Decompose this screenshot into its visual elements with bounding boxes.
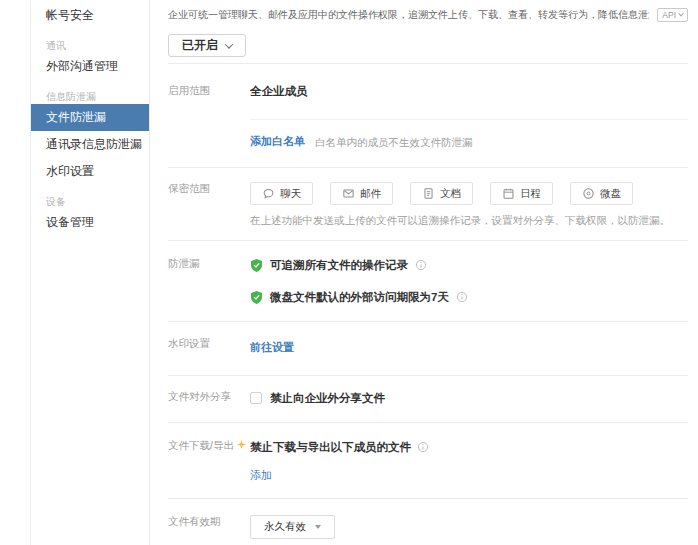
validity-select[interactable]: 永久有效 [250,515,335,539]
sidebar-section-device: 设备 [31,195,149,209]
chip-doc-label: 文档 [440,187,461,201]
sidebar-section-info-leak-prevention: 信息防泄漏 [31,90,149,104]
divider [250,119,688,120]
sparkle-new-icon [236,439,247,450]
row-external-share: 文件对外分享 禁止向企业外分享文件 [168,376,688,422]
row-secrecy-scope: 保密范围 聊天 邮件 文档 [168,168,688,240]
chip-drive[interactable]: 微盘 [570,182,633,205]
status-enabled-dropdown[interactable]: 已开启 [168,34,246,57]
forbid-external-share-text: 禁止向企业外分享文件 [270,391,385,406]
chip-chat[interactable]: 聊天 [250,182,313,205]
mail-icon [342,187,355,200]
chevron-down-icon [315,525,321,529]
chevron-down-icon [225,40,233,48]
add-whitelist-link[interactable]: 添加白名单 [250,134,305,149]
status-enabled-label: 已开启 [182,37,218,54]
sidebar-item-account-security[interactable]: 帐号安全 [31,2,149,29]
chip-chat-label: 聊天 [280,187,301,201]
scope-label: 启用范围 [168,84,250,149]
secrecy-label: 保密范围 [168,182,250,227]
whitelist-hint: 白名单内的成员不生效文件防泄漏 [315,135,473,149]
row-download-export: 文件下载/导出 禁止下载与导出以下成员的文件 添加 [168,423,688,498]
row-scope: 启用范围 全企业成员 添加白名单 白名单内的成员不生效文件防泄漏 [168,64,688,167]
row-watermark: 水印设置 前往设置 [168,322,688,375]
drive-icon [582,187,595,200]
chevron-down-icon [678,11,684,17]
api-dropdown-badge[interactable]: API [657,8,688,22]
prevention-item-text: 微盘文件默认的外部访问期限为7天 [270,290,449,305]
chip-doc[interactable]: 文档 [410,182,473,205]
sidebar-item-external-communication[interactable]: 外部沟通管理 [31,53,149,80]
add-members-link[interactable]: 添加 [250,468,272,483]
sidebar-item-device-management[interactable]: 设备管理 [31,209,149,236]
chip-calendar-label: 日程 [520,187,541,201]
shield-check-icon [250,258,263,273]
sidebar-section-communication: 通讯 [31,39,149,53]
info-icon[interactable] [417,441,429,453]
external-share-label: 文件对外分享 [168,390,250,406]
row-file-validity: 文件有效期 永久有效 [168,499,688,539]
file-leak-prevention-panel: 企业可统一管理聊天、邮件及应用中的文件操作权限，追溯文件上传、下载、查看、转发等… [151,0,698,545]
info-icon[interactable] [415,259,427,271]
chip-drive-label: 微盘 [600,187,621,201]
doc-icon [422,187,435,200]
chat-icon [262,187,275,200]
api-badge-label: API [662,10,676,20]
download-export-label: 文件下载/导出 [168,439,234,453]
forbid-external-share-checkbox[interactable] [250,392,262,404]
admin-settings-page: 帐号安全 通讯 外部沟通管理 信息防泄漏 文件防泄漏 通讯录信息防泄漏 水印设置… [0,0,698,545]
settings-sidebar: 帐号安全 通讯 外部沟通管理 信息防泄漏 文件防泄漏 通讯录信息防泄漏 水印设置… [30,0,150,545]
info-icon[interactable] [456,291,468,303]
feature-description: 企业可统一管理聊天、邮件及应用中的文件操作权限，追溯文件上传、下载、查看、转发等… [168,8,649,22]
forbid-download-text: 禁止下载与导出以下成员的文件 [250,440,411,455]
secrecy-hint: 在上述功能中发送或上传的文件可以追溯操作记录，设置对外分享、下载权限，以防泄漏。 [250,213,688,227]
chip-mail[interactable]: 邮件 [330,182,393,205]
shield-check-icon [250,290,263,305]
validity-value: 永久有效 [264,520,306,534]
chip-mail-label: 邮件 [360,187,381,201]
intro-row: 企业可统一管理聊天、邮件及应用中的文件操作权限，追溯文件上传、下载、查看、转发等… [168,8,688,24]
scope-value: 全企业成员 [250,84,688,99]
prevention-label: 防泄漏 [168,257,250,305]
secrecy-chips: 聊天 邮件 文档 日程 [250,182,688,205]
row-leak-prevention: 防泄漏 可追溯所有文件的操作记录 微盘文件默认的外部访问期限为7天 [168,241,688,321]
watermark-label: 水印设置 [168,337,250,355]
sidebar-item-watermark-settings[interactable]: 水印设置 [31,158,149,185]
sidebar-item-contacts-leak-prevention[interactable]: 通讯录信息防泄漏 [31,131,149,158]
validity-label: 文件有效期 [168,515,250,539]
goto-watermark-settings-link[interactable]: 前往设置 [250,340,294,355]
calendar-icon [502,187,515,200]
sidebar-item-file-leak-prevention[interactable]: 文件防泄漏 [31,104,149,131]
chip-calendar[interactable]: 日程 [490,182,553,205]
prevention-item-text: 可追溯所有文件的操作记录 [270,258,408,273]
